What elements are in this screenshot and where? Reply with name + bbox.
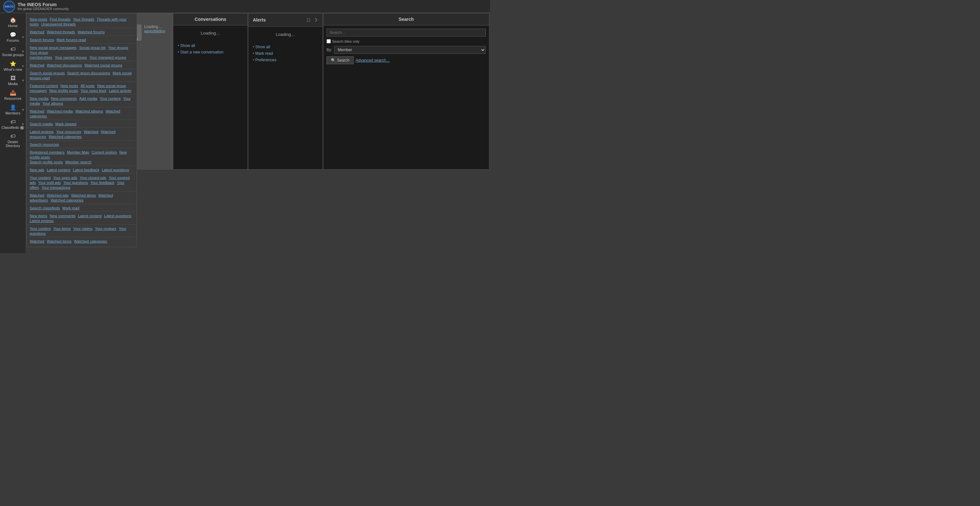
link-your-groups[interactable]: Your groups: [108, 46, 128, 49]
link-add-media[interactable]: Add media: [79, 97, 97, 100]
sidebar-item-dealer-directory[interactable]: 🏷 Dealer Directory: [0, 132, 26, 150]
link-watched-items-ci[interactable]: Watched items: [47, 239, 72, 243]
conversations-show-all[interactable]: Show all: [178, 43, 243, 48]
link-watched-discussions[interactable]: Watched discussions: [47, 63, 82, 67]
link-search-profile-posts[interactable]: Search profile posts: [30, 160, 63, 164]
link-all-posts[interactable]: All posts: [81, 84, 95, 88]
link-latest-questions-c2[interactable]: Latest questions: [104, 214, 132, 218]
link-find-threads[interactable]: Find threads: [49, 17, 70, 21]
link-new-posts[interactable]: New posts: [30, 17, 47, 21]
search-button[interactable]: 🔍 Search: [326, 56, 354, 64]
link-featured-content[interactable]: Featured content: [30, 84, 58, 88]
link-sg-list[interactable]: Social group list: [79, 46, 105, 49]
link-latest-questions[interactable]: Latest questions: [102, 168, 129, 172]
link-search-media[interactable]: Search media: [30, 122, 53, 126]
link-watched-albums[interactable]: Watched albums: [75, 109, 103, 113]
link-new-sg-messages[interactable]: New social group messages: [30, 46, 77, 49]
link-new-media[interactable]: New media: [30, 97, 49, 100]
link-memberships[interactable]: memberships: [30, 56, 52, 59]
sidebar-item-whats-new[interactable]: ⭐ What's new ▼: [0, 59, 26, 73]
link-watched[interactable]: Watched: [30, 30, 45, 34]
link-new-ads[interactable]: New ads: [30, 168, 45, 172]
link-watched-sg[interactable]: Watched social groups: [84, 63, 123, 67]
sidebar-item-home[interactable]: 🏠 Home: [0, 15, 26, 30]
link-media-watched[interactable]: Watched: [30, 109, 45, 113]
search-by-select[interactable]: Member: [334, 46, 486, 54]
sidebar-item-classifieds[interactable]: 🏷 Classifieds 6 ▼: [0, 117, 26, 132]
sidebar-item-members[interactable]: 👤 Members ▼: [0, 102, 26, 117]
conversations-new[interactable]: Start a new conversation: [178, 50, 243, 54]
link-your-group[interactable]: Your group: [30, 51, 48, 54]
link-watched-ads[interactable]: Watched ads: [47, 194, 69, 197]
sidebar-item-forums[interactable]: 💬 Forums ▼: [0, 30, 26, 44]
alerts-show-all[interactable]: Show all: [253, 44, 318, 49]
link-new-comments-c[interactable]: New comments: [49, 214, 75, 218]
link-watched-categories-c[interactable]: Watched categories: [51, 198, 84, 202]
link-mark-viewed[interactable]: Mark viewed: [56, 122, 77, 126]
link-watched-threads[interactable]: Watched threads: [47, 30, 75, 34]
link-watched-media[interactable]: Watched media: [47, 109, 73, 113]
link-your-feedback[interactable]: Your feedback: [91, 181, 114, 184]
link-resources-watched[interactable]: Watched: [84, 130, 99, 134]
link-search-classifieds[interactable]: Search classifieds: [30, 206, 60, 210]
link-latest-reviews[interactable]: Latest reviews: [30, 130, 54, 134]
link-c-watched[interactable]: Watched: [30, 194, 45, 197]
link-new-items[interactable]: New items: [30, 214, 47, 218]
link-your-news-feed[interactable]: Your news feed: [81, 89, 107, 93]
link-your-items[interactable]: Your items: [53, 227, 71, 230]
link-search-group-discussions[interactable]: Search group discussions: [67, 71, 110, 75]
link-new-profile-posts[interactable]: New profile posts: [49, 89, 78, 93]
advanced-search-link[interactable]: Advanced search…: [356, 58, 390, 63]
link-mark-read-c[interactable]: Mark read: [62, 206, 79, 210]
link-unanswered[interactable]: Unanswered threads: [41, 22, 76, 26]
link-sg-watched[interactable]: Watched: [30, 63, 45, 67]
link-member-map[interactable]: Member Map: [67, 150, 89, 154]
link-search-forums[interactable]: Search forums: [30, 38, 54, 42]
link-your-sold-ads[interactable]: Your sold ads: [38, 181, 60, 184]
link-latest-content-c2[interactable]: Latest content: [78, 214, 102, 218]
link-search-sg[interactable]: Search social groups: [30, 71, 65, 75]
link-latest-content-c[interactable]: Latest content: [47, 168, 70, 172]
link-your-closed-ads[interactable]: Your closed ads: [80, 176, 106, 180]
link-your-owned-groups[interactable]: Your owned groups: [55, 56, 87, 59]
link-latest-reviews-c[interactable]: Latest reviews: [30, 219, 54, 223]
sidebar-item-social-groups[interactable]: 🏷 Social groups ▼: [0, 44, 26, 59]
link-your-claims[interactable]: Your claims: [73, 227, 92, 230]
alerts-preferences[interactable]: Preferences: [253, 58, 318, 62]
link-your-questions[interactable]: Your questions: [63, 181, 88, 184]
forums-icon: 💬: [10, 32, 16, 38]
link-your-threads[interactable]: Your threads: [73, 17, 94, 21]
search-input[interactable]: [326, 29, 486, 36]
link-current-visitors[interactable]: Current visitors: [92, 150, 117, 154]
link-member-search[interactable]: Member search: [65, 160, 91, 164]
link-ci-watched[interactable]: Watched: [30, 239, 45, 243]
link-your-open-ads[interactable]: Your open ads: [53, 176, 77, 180]
link-watched-forums[interactable]: Watched forums: [78, 30, 105, 34]
sidebar-item-resources[interactable]: 📥 Resources: [0, 88, 26, 102]
alerts-moon-icon[interactable]: ☽: [313, 17, 318, 23]
search-titles-checkbox[interactable]: [326, 39, 331, 43]
link-registered-members[interactable]: Registered members: [30, 150, 65, 154]
link-your-reviews[interactable]: Your reviews: [95, 227, 116, 230]
link-latest-activity[interactable]: Latest activity: [109, 89, 132, 93]
sidebar-item-media[interactable]: 🖼 Media ▼: [0, 73, 26, 88]
link-your-managed-groups[interactable]: Your managed groups: [89, 56, 126, 59]
link-your-transactions[interactable]: Your transactions: [41, 186, 70, 189]
link-search-resources[interactable]: Search resources: [30, 143, 59, 146]
link-your-albums[interactable]: Your albums: [42, 102, 63, 105]
alerts-mark-read[interactable]: Mark read: [253, 51, 318, 56]
link-your-resources[interactable]: Your resources: [56, 130, 81, 134]
link-new-comments[interactable]: New comments: [51, 97, 77, 100]
alerts-square-icon[interactable]: □: [307, 17, 310, 23]
main-layout: 🏠 Home 💬 Forums ▼ 🏷 Social groups ▼ ⭐ Wh…: [0, 13, 490, 253]
link-your-content-ci[interactable]: Your content: [30, 227, 51, 230]
link-watched-categories-ci[interactable]: Watched categories: [74, 239, 107, 243]
link-wn-new-posts[interactable]: New posts: [60, 84, 78, 88]
link-latest-feedback[interactable]: Latest feedback: [73, 168, 99, 172]
link-watched-categories-r[interactable]: Watched categories: [49, 135, 81, 138]
link-your-content-c[interactable]: Your content: [30, 176, 51, 180]
link-mark-forums-read[interactable]: Mark forums read: [56, 38, 86, 42]
username-link[interactable]: jamesfielding: [144, 29, 165, 33]
link-your-content-m[interactable]: Your content: [100, 97, 121, 100]
link-watched-items[interactable]: Watched items: [71, 194, 96, 197]
